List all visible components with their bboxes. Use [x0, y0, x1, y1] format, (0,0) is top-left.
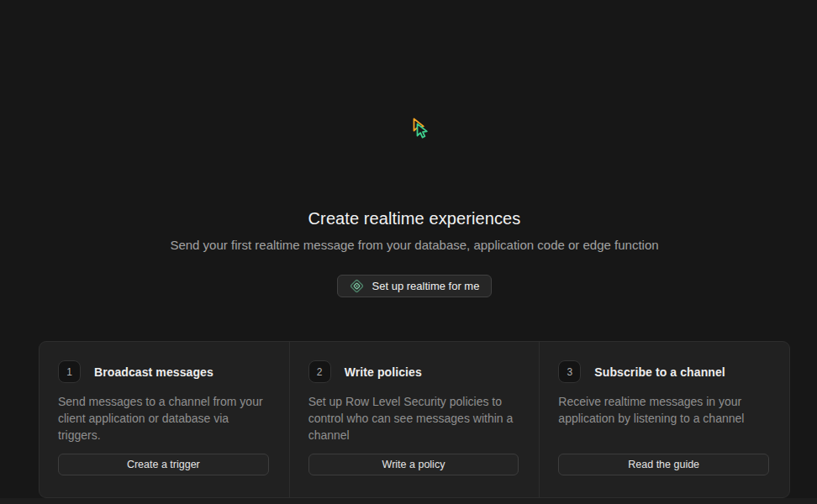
card-title: Subscribe to a channel	[594, 365, 725, 379]
step-number-badge: 3	[558, 360, 581, 383]
card-write-policies: 2 Write policies Set up Row Level Securi…	[289, 342, 540, 497]
card-title: Write policies	[345, 365, 422, 379]
read-guide-button[interactable]: Read the guide	[558, 454, 769, 475]
card-description: Send messages to a channel from your cli…	[58, 393, 269, 444]
page-title: Create realtime experiences	[39, 209, 790, 228]
ai-diamond-icon	[350, 279, 364, 293]
step-number-badge: 2	[308, 360, 331, 383]
card-description: Set up Row Level Security policies to co…	[308, 393, 519, 444]
card-description: Receive realtime messages in your applic…	[558, 393, 769, 427]
bottom-panel-edge	[0, 498, 817, 504]
realtime-cursors-illustration	[411, 118, 436, 143]
card-broadcast-messages: 1 Broadcast messages Send messages to a …	[40, 342, 289, 497]
card-subscribe-channel: 3 Subscribe to a channel Receive realtim…	[539, 342, 789, 497]
card-title: Broadcast messages	[94, 365, 213, 379]
step-number-badge: 1	[58, 360, 81, 383]
realtime-empty-state: Create realtime experiences Send your fi…	[39, 209, 790, 297]
setup-realtime-button-label: Set up realtime for me	[372, 280, 480, 292]
write-policy-button[interactable]: Write a policy	[308, 454, 519, 475]
create-trigger-button[interactable]: Create a trigger	[58, 454, 269, 475]
page-subtitle: Send your first realtime message from yo…	[39, 238, 790, 252]
setup-realtime-button[interactable]: Set up realtime for me	[337, 275, 493, 297]
getting-started-cards: 1 Broadcast messages Send messages to a …	[39, 341, 790, 498]
